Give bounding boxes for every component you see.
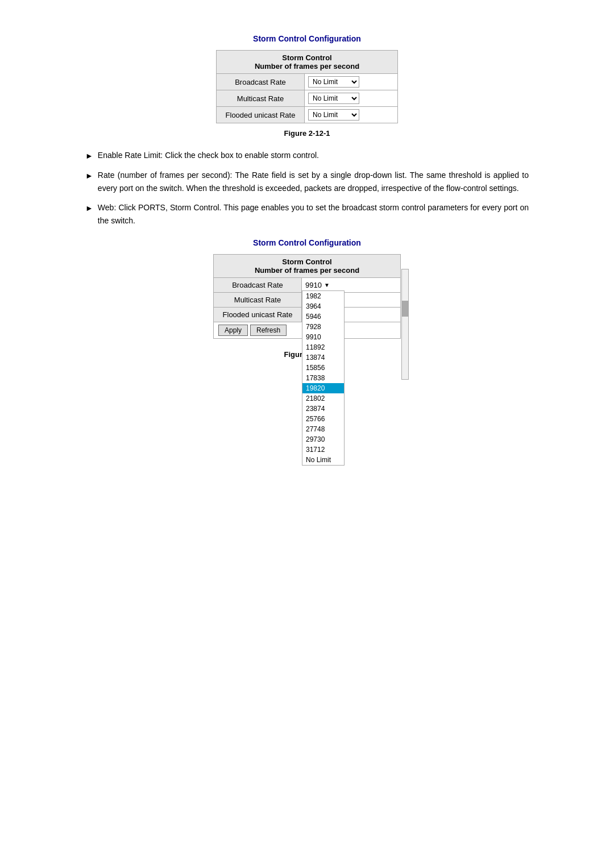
bullet-arrow-1: ► <box>85 149 93 162</box>
multicast-rate-label: Multicast Rate <box>217 90 305 107</box>
apply-button[interactable]: Apply <box>218 325 248 336</box>
multicast-rate-select[interactable]: No Limit <box>308 93 359 104</box>
table-row: Broadcast Rate 9910 ▼ 1982 3964 5946 792… <box>214 277 401 292</box>
dropdown-display: 9910 ▼ <box>305 281 397 289</box>
bullet-text-2: Rate (number of frames per second): The … <box>98 169 529 194</box>
drop-item[interactable]: 11892 <box>302 342 344 352</box>
table-row: Broadcast Rate No Limit <box>217 74 398 90</box>
flooded-unicast-label: Flooded unicast Rate <box>217 107 305 123</box>
page-content: Storm Control Configuration Storm Contro… <box>85 34 529 390</box>
drop-item[interactable]: 13874 <box>302 352 344 363</box>
drop-item[interactable]: 3964 <box>302 301 344 312</box>
drop-item[interactable]: 9910 <box>302 332 344 342</box>
f2-flooded-label: Flooded unicast Rate <box>214 307 302 322</box>
drop-item[interactable]: 17838 <box>302 373 344 383</box>
figure2-section-title: Storm Control Configuration <box>85 238 529 247</box>
drop-item[interactable]: 7928 <box>302 322 344 332</box>
drop-item[interactable]: 21802 <box>302 393 344 404</box>
bullet-text-1: Enable Rate Limit: Click the check box t… <box>98 149 319 161</box>
broadcast-rate-value: No Limit <box>305 74 398 90</box>
dropdown-selected-value: 9910 <box>305 281 322 289</box>
scrollbar-thumb[interactable] <box>402 301 408 317</box>
bullet-arrow-3: ► <box>85 202 93 214</box>
drop-item[interactable]: 23874 <box>302 404 344 414</box>
broadcast-rate-label: Broadcast Rate <box>217 74 305 90</box>
drop-item[interactable]: 5946 <box>302 312 344 322</box>
figure1-table: Storm Control Number of frames per secon… <box>216 50 398 123</box>
drop-item[interactable]: 27748 <box>302 424 344 434</box>
bullet-text-3: Web: Click PORTS, Storm Control. This pa… <box>98 201 529 227</box>
broadcast-rate-select[interactable]: No Limit <box>308 76 359 88</box>
table-row: Flooded unicast Rate No Limit <box>217 107 398 123</box>
bullet-item-1: ► Enable Rate Limit: Click the check box… <box>85 149 529 162</box>
bullet-list: ► Enable Rate Limit: Click the check box… <box>85 149 529 227</box>
flooded-unicast-select[interactable]: No Limit <box>308 109 359 121</box>
figure2-header: Storm Control Number of frames per secon… <box>214 254 401 277</box>
f2-broadcast-value[interactable]: 9910 ▼ 1982 3964 5946 7928 9910 11892 13… <box>302 277 401 292</box>
refresh-button[interactable]: Refresh <box>250 325 287 336</box>
scrollbar[interactable] <box>401 269 409 380</box>
drop-item[interactable]: 29730 <box>302 434 344 445</box>
f2-broadcast-label: Broadcast Rate <box>214 277 302 292</box>
dropdown-open-list[interactable]: 1982 3964 5946 7928 9910 11892 13874 158… <box>302 290 345 466</box>
bullet-item-2: ► Rate (number of frames per second): Th… <box>85 169 529 194</box>
drop-item-nolimit[interactable]: No Limit <box>302 455 344 465</box>
bullet-arrow-2: ► <box>85 169 93 182</box>
drop-item-selected[interactable]: 19820 <box>302 383 344 393</box>
figure2-wrapper: Storm Control Number of frames per secon… <box>213 254 401 339</box>
chevron-down-icon: ▼ <box>324 282 330 288</box>
figure2-table: Storm Control Number of frames per secon… <box>213 254 401 339</box>
figure1-section-title: Storm Control Configuration <box>85 34 529 43</box>
flooded-unicast-value: No Limit <box>305 107 398 123</box>
drop-item[interactable]: 25766 <box>302 414 344 424</box>
drop-item[interactable]: 31712 <box>302 445 344 455</box>
multicast-rate-value: No Limit <box>305 90 398 107</box>
f2-multicast-label: Multicast Rate <box>214 292 302 307</box>
figure1-caption: Figure 2-12-1 <box>85 129 529 138</box>
table-row: Multicast Rate No Limit <box>217 90 398 107</box>
figure1-header: Storm Control Number of frames per secon… <box>217 51 398 74</box>
bullet-item-3: ► Web: Click PORTS, Storm Control. This … <box>85 201 529 227</box>
drop-item[interactable]: 15856 <box>302 363 344 373</box>
drop-item[interactable]: 1982 <box>302 291 344 301</box>
